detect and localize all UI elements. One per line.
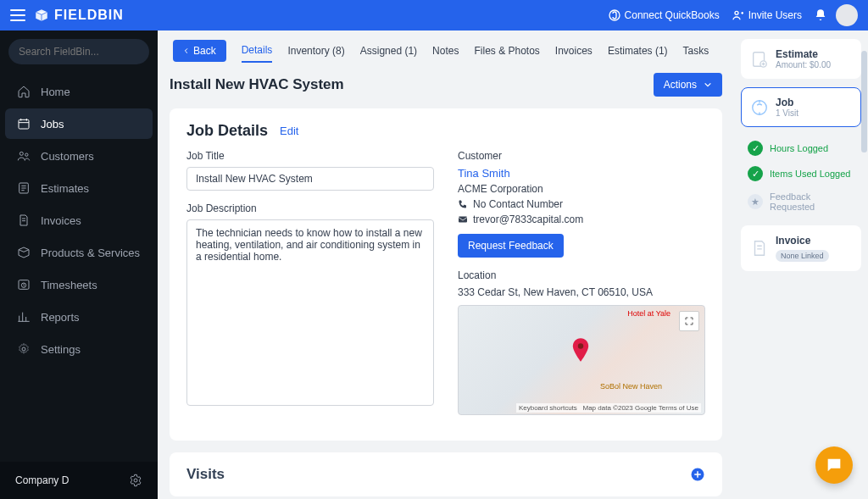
sidebar-item-home[interactable]: Home <box>5 76 153 107</box>
sidebar-item-reports[interactable]: Reports <box>5 302 153 332</box>
job-title-label: Job Title <box>186 150 434 162</box>
tab-estimates[interactable]: Estimates (1) <box>608 40 668 62</box>
sidebar-item-label: Timesheets <box>41 279 97 291</box>
svg-point-12 <box>578 343 583 348</box>
tab-tasks[interactable]: Tasks <box>683 40 709 62</box>
home-icon <box>17 85 31 98</box>
estimates-icon <box>17 181 31 195</box>
tab-assigned[interactable]: Assigned (1) <box>360 40 417 62</box>
sidebar-item-invoices[interactable]: Invoices <box>5 205 153 236</box>
invoices-icon <box>17 213 31 227</box>
job-title-input[interactable] <box>186 167 434 191</box>
svg-point-9 <box>22 347 25 351</box>
app-header: FIELDBIN Connect QuickBooks Invite Users <box>0 0 868 30</box>
fullscreen-icon <box>684 316 694 326</box>
invoice-badge: None Linked <box>776 250 829 262</box>
map-label-sobol: SoBol New Haven <box>600 382 662 391</box>
company-settings-button[interactable] <box>129 474 142 487</box>
customer-name-link[interactable]: Tina Smith <box>458 167 705 180</box>
edit-link[interactable]: Edit <box>280 125 298 137</box>
map-pin-icon <box>571 338 590 363</box>
sidebar-item-estimates[interactable]: Estimates <box>5 173 153 203</box>
invoice-card[interactable]: Invoice None Linked <box>741 225 861 271</box>
sidebar: Home Jobs Customers Estimates Invoices P… <box>0 30 158 499</box>
sidebar-item-label: Products & Services <box>41 247 140 259</box>
job-card-sub: 1 Visit <box>776 108 798 118</box>
visits-title: Visits <box>186 466 225 483</box>
invoice-title: Invoice <box>776 235 829 247</box>
tab-inventory[interactable]: Inventory (8) <box>287 40 344 62</box>
request-feedback-button[interactable]: Request Feedback <box>458 234 564 258</box>
search-input[interactable] <box>19 46 146 58</box>
sidebar-item-label: Invoices <box>41 214 81 227</box>
timesheets-icon <box>17 278 31 291</box>
location-text: 333 Cedar St, New Haven, CT 06510, USA <box>458 286 705 298</box>
connect-quickbooks-link[interactable]: Connect QuickBooks <box>608 8 720 22</box>
brand-text: FIELDBIN <box>54 8 124 23</box>
svg-point-5 <box>25 153 28 156</box>
page-title: Install New HVAC System <box>170 76 344 93</box>
sidebar-item-label: Customers <box>41 150 94 163</box>
job-details-card: Job Details Edit Job Title Job Descripti… <box>170 108 722 441</box>
brand-logo[interactable]: FIELDBIN <box>34 8 124 23</box>
jobs-icon <box>17 117 31 130</box>
chat-button[interactable] <box>815 446 853 484</box>
map-attribution: Keyboard shortcuts Map data ©2023 Google… <box>516 403 701 413</box>
svg-point-4 <box>19 152 23 155</box>
svg-point-10 <box>134 479 137 482</box>
job-desc-textarea[interactable] <box>186 219 434 406</box>
reports-icon <box>17 310 31 324</box>
add-visit-button[interactable] <box>690 467 705 482</box>
sidebar-item-settings[interactable]: Settings <box>5 334 153 364</box>
sidebar-item-label: Home <box>41 86 70 98</box>
sidebar-item-jobs[interactable]: Jobs <box>5 108 153 139</box>
menu-toggle[interactable] <box>10 9 25 21</box>
company-name: Company D <box>15 474 69 486</box>
actions-button[interactable]: Actions <box>654 73 722 97</box>
customer-phone: No Contact Number <box>458 198 705 210</box>
right-panel: Estimate Amount: $0.00 Job 1 Visit ✓ Hou… <box>734 30 868 499</box>
back-button[interactable]: Back <box>173 40 226 62</box>
job-card[interactable]: Job 1 Visit <box>741 87 861 127</box>
sidebar-item-customers[interactable]: Customers <box>5 141 153 171</box>
tab-notes[interactable]: Notes <box>432 40 459 62</box>
user-avatar[interactable] <box>836 4 858 26</box>
customer-company: ACME Corporation <box>458 183 705 195</box>
bell-icon <box>814 8 827 22</box>
check-icon: ✓ <box>748 166 763 181</box>
sidebar-item-products[interactable]: Products & Services <box>5 237 153 268</box>
global-search[interactable] <box>8 39 149 64</box>
svg-rect-11 <box>459 217 467 223</box>
status-feedback-requested: ★ Feedback Requested <box>744 186 858 217</box>
invite-users-icon <box>732 8 745 22</box>
map-label-hotel: Hotel at Yale <box>627 309 670 318</box>
quickbooks-icon <box>608 8 621 22</box>
invite-users-link[interactable]: Invite Users <box>732 8 802 22</box>
toolbar: Back Details Inventory (8) Assigned (1) … <box>170 39 722 63</box>
products-icon <box>17 246 31 259</box>
customers-icon <box>17 149 31 163</box>
sidebar-item-timesheets[interactable]: Timesheets <box>5 269 153 300</box>
email-icon <box>458 214 468 225</box>
tab-invoices[interactable]: Invoices <box>555 40 593 62</box>
tab-files[interactable]: Files & Photos <box>474 40 539 62</box>
tab-details[interactable]: Details <box>242 39 273 63</box>
sidebar-footer: Company D <box>0 462 158 499</box>
notifications-button[interactable] <box>814 8 827 22</box>
chevron-left-icon <box>183 47 190 55</box>
location-map[interactable]: Hotel at Yale SoBol New Haven Keyboard s… <box>458 305 705 415</box>
estimate-icon <box>750 50 769 69</box>
estimate-card[interactable]: Estimate Amount: $0.00 <box>741 39 861 79</box>
settings-icon <box>17 342 31 356</box>
job-desc-label: Job Description <box>186 202 434 214</box>
chat-icon <box>825 456 843 474</box>
scrollbar[interactable] <box>861 51 867 152</box>
job-card-title: Job <box>776 97 798 108</box>
status-items-logged: ✓ Items Used Logged <box>744 161 858 186</box>
visits-card: Visits <box>170 452 722 496</box>
map-fullscreen-button[interactable] <box>679 311 699 331</box>
sidebar-item-label: Settings <box>41 343 81 356</box>
location-label: Location <box>458 269 705 281</box>
estimate-sub: Amount: $0.00 <box>776 60 831 69</box>
sidebar-item-label: Jobs <box>41 118 64 130</box>
